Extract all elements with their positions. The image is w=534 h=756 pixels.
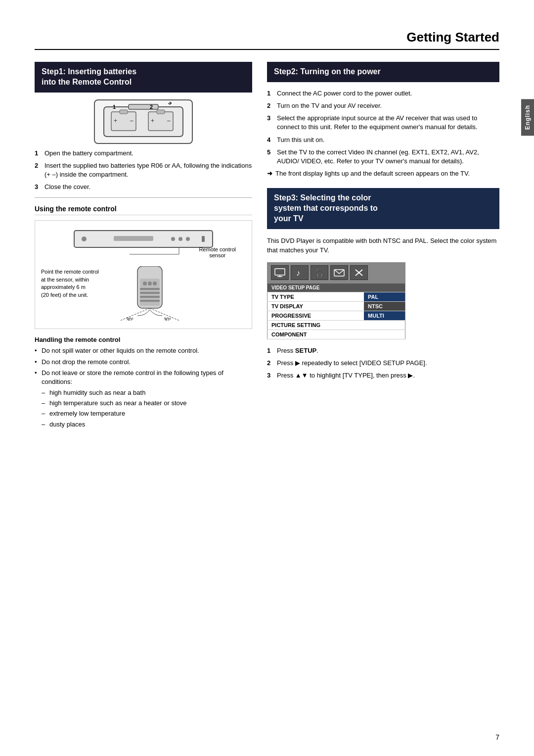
svg-point-18 bbox=[186, 237, 190, 241]
svg-rect-27 bbox=[140, 288, 160, 290]
close-icon bbox=[354, 268, 364, 277]
setup-row-tv-display: TV DISPLAY NTSC bbox=[267, 301, 405, 311]
handling-dashes: high humidity such as near a bath high t… bbox=[42, 388, 252, 429]
svg-text:2: 2 bbox=[150, 104, 153, 110]
setup-row-progressive: PROGRESSIVE MULTI bbox=[267, 311, 405, 320]
svg-text:🎧: 🎧 bbox=[315, 269, 324, 277]
svg-text:♪: ♪ bbox=[296, 269, 300, 277]
svg-rect-3 bbox=[120, 110, 128, 114]
arrow-note: ➜ The front display lights up and the de… bbox=[267, 169, 499, 178]
setup-row-picture: PICTURE SETTING bbox=[267, 320, 405, 330]
svg-rect-29 bbox=[140, 296, 160, 298]
using-remote-heading: Using the remote control bbox=[35, 205, 252, 215]
left-column: Step1: Inserting batteries into the Remo… bbox=[35, 62, 252, 431]
setup-row-component: COMPONENT bbox=[267, 330, 405, 339]
step3-instruction-1: 1 Press SETUP. bbox=[267, 346, 499, 355]
remote-diagram: Remote controlsensor Point the remote co… bbox=[35, 220, 252, 329]
step3-header: Step3: Selecting the color system that c… bbox=[267, 188, 499, 229]
right-column: Step2: Turning on the power 1 Connect th… bbox=[267, 62, 499, 431]
menu-icons-row: ♪ 🎧 bbox=[267, 262, 405, 283]
setup-table: VIDEO SETUP PAGE TV TYPE PAL TV DISPLAY … bbox=[267, 283, 405, 339]
handling-dash-1: high humidity such as near a bath bbox=[42, 388, 252, 397]
step2-instruction-4: 4 Turn this unit on. bbox=[267, 136, 499, 144]
setup-value-progressive: MULTI bbox=[364, 311, 405, 320]
handling-dash-4: dusty places bbox=[42, 420, 252, 429]
svg-point-26 bbox=[153, 282, 157, 285]
setup-value-tv-display: NTSC bbox=[364, 301, 405, 311]
page-number: 7 bbox=[495, 733, 499, 741]
page-title: Getting Started bbox=[35, 30, 499, 50]
step1-instructions: 1 Open the battery compartment. 2 Insert… bbox=[35, 149, 252, 192]
divider-1 bbox=[35, 197, 252, 198]
monitor-icon-box bbox=[271, 265, 289, 280]
setup-row-tv-type: TV TYPE PAL bbox=[267, 292, 405, 301]
setup-label-picture: PICTURE SETTING bbox=[267, 320, 364, 330]
svg-point-24 bbox=[143, 282, 147, 285]
setup-value-picture bbox=[364, 320, 405, 330]
sensor-label-svg bbox=[130, 244, 199, 264]
svg-text:30°: 30° bbox=[164, 317, 171, 321]
battery-diagram-svg: 1 2 3 + – + – bbox=[99, 102, 188, 142]
step1-heading: Step1: Inserting batteries into the Remo… bbox=[42, 67, 245, 88]
step2-heading: Step2: Turning on the power bbox=[274, 67, 492, 77]
handling-header: Handling the remote control bbox=[35, 336, 252, 343]
svg-rect-30 bbox=[140, 300, 160, 302]
audio-icon: 🎧 bbox=[314, 268, 325, 277]
setup-label-progressive: PROGRESSIVE bbox=[267, 311, 364, 320]
svg-text:+: + bbox=[151, 117, 154, 124]
handling-dash-3: extremely low temperature bbox=[42, 409, 252, 418]
language-tab: English bbox=[521, 99, 534, 136]
svg-rect-28 bbox=[140, 292, 160, 294]
mail-icon-box bbox=[330, 265, 348, 280]
svg-text:–: – bbox=[130, 117, 134, 124]
step3-instruction-3: 3 Press ▲▼ to highlight [TV TYPE], then … bbox=[267, 371, 499, 380]
setup-value-component bbox=[364, 330, 405, 339]
step3-description: This DVD Player is compatible with both … bbox=[267, 236, 499, 255]
music-icon: ♪ bbox=[294, 268, 305, 277]
svg-point-14 bbox=[82, 236, 87, 241]
svg-point-17 bbox=[178, 237, 182, 241]
step3-instruction-2: 2 Press ▶ repeatedly to select [VIDEO SE… bbox=[267, 359, 499, 368]
svg-point-25 bbox=[148, 282, 152, 285]
step2-header: Step2: Turning on the power bbox=[267, 62, 499, 82]
handling-bullet-1: Do not spill water or other liquids on t… bbox=[35, 346, 252, 355]
setup-label-component: COMPONENT bbox=[267, 330, 364, 339]
step1-instruction-1: 1 Open the battery compartment. bbox=[35, 149, 252, 158]
step3-heading: Step3: Selecting the color system that c… bbox=[274, 193, 492, 224]
step2-instruction-5: 5 Set the TV to the correct Video IN cha… bbox=[267, 148, 499, 166]
step1-instruction-2: 2 Insert the supplied two batteries type… bbox=[35, 161, 252, 179]
music-icon-box: ♪ bbox=[291, 265, 309, 280]
svg-rect-35 bbox=[275, 269, 285, 275]
step1-instruction-3: 3 Close the cover. bbox=[35, 183, 252, 191]
video-setup-container: ♪ 🎧 bbox=[267, 262, 499, 339]
setup-label-tv-type: TV TYPE bbox=[267, 292, 364, 301]
step2-instruction-2: 2 Turn on the TV and your AV receiver. bbox=[267, 101, 499, 110]
point-label: Point the remote control at the sensor, … bbox=[41, 268, 105, 299]
close-icon-box bbox=[350, 265, 368, 280]
svg-text:+: + bbox=[114, 117, 117, 124]
svg-text:1: 1 bbox=[113, 104, 116, 110]
page-container: Getting Started English Step1: Inserting… bbox=[0, 0, 534, 756]
step2-instruction-3: 3 Select the appropriate input source at… bbox=[267, 114, 499, 132]
setup-value-tv-type: PAL bbox=[364, 292, 405, 301]
monitor-icon bbox=[274, 268, 285, 277]
svg-text:30°: 30° bbox=[126, 317, 134, 321]
audio-icon-box: 🎧 bbox=[311, 265, 328, 280]
setup-table-header-label: VIDEO SETUP PAGE bbox=[267, 283, 405, 292]
setup-label-tv-display: TV DISPLAY bbox=[267, 301, 364, 311]
handling-dash-2: high temperature such as near a heater o… bbox=[42, 399, 252, 408]
battery-diagram: 1 2 3 + – + – bbox=[94, 99, 193, 144]
svg-rect-19 bbox=[202, 236, 205, 242]
step2-instructions: 1 Connect the AC power cord to the power… bbox=[267, 89, 499, 166]
mail-icon bbox=[334, 268, 345, 277]
step1-header: Step1: Inserting batteries into the Remo… bbox=[35, 62, 252, 93]
remote-body-svg: 30° 30° bbox=[110, 266, 189, 321]
svg-rect-5 bbox=[157, 110, 165, 114]
svg-text:3: 3 bbox=[168, 102, 172, 106]
svg-text:–: – bbox=[167, 117, 171, 124]
setup-table-header: VIDEO SETUP PAGE bbox=[267, 283, 405, 292]
two-column-layout: Step1: Inserting batteries into the Remo… bbox=[35, 62, 499, 431]
svg-rect-15 bbox=[114, 236, 153, 241]
handling-bullet-3: Do not leave or store the remote control… bbox=[35, 369, 252, 386]
sensor-label: Remote controlsensor bbox=[199, 246, 236, 258]
